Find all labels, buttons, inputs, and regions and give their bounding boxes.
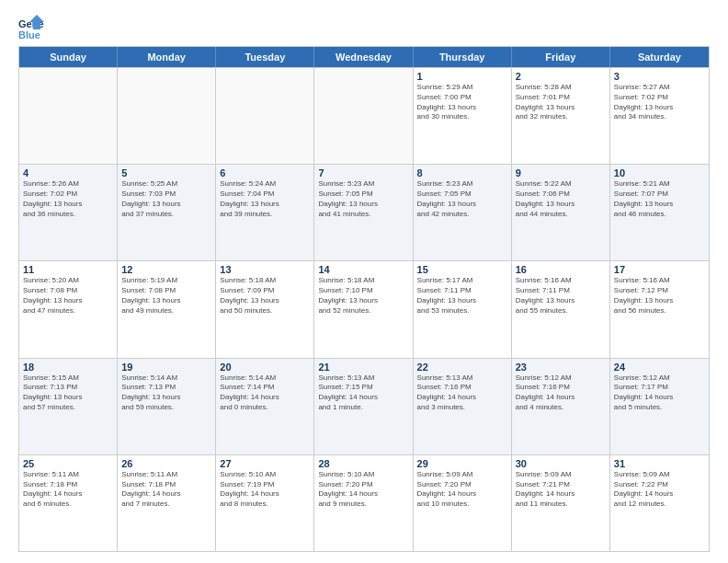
day-number: 30 bbox=[516, 458, 606, 469]
day-info: Sunrise: 5:14 AM Sunset: 7:13 PM Dayligh… bbox=[121, 373, 211, 413]
header-thursday: Thursday bbox=[414, 47, 512, 67]
day-cell-8: 8Sunrise: 5:23 AM Sunset: 7:05 PM Daylig… bbox=[414, 165, 512, 260]
empty-cell bbox=[118, 68, 216, 164]
day-info: Sunrise: 5:12 AM Sunset: 7:17 PM Dayligh… bbox=[614, 373, 705, 413]
calendar-row-2: 4Sunrise: 5:26 AM Sunset: 7:02 PM Daylig… bbox=[19, 164, 709, 260]
day-cell-1: 1Sunrise: 5:29 AM Sunset: 7:00 PM Daylig… bbox=[414, 68, 512, 164]
day-info: Sunrise: 5:17 AM Sunset: 7:11 PM Dayligh… bbox=[417, 276, 507, 316]
calendar-row-1: 1Sunrise: 5:29 AM Sunset: 7:00 PM Daylig… bbox=[19, 67, 709, 164]
header-tuesday: Tuesday bbox=[216, 47, 314, 67]
day-info: Sunrise: 5:19 AM Sunset: 7:08 PM Dayligh… bbox=[121, 276, 211, 316]
day-info: Sunrise: 5:11 AM Sunset: 7:18 PM Dayligh… bbox=[121, 470, 211, 510]
day-info: Sunrise: 5:09 AM Sunset: 7:20 PM Dayligh… bbox=[417, 470, 507, 510]
day-cell-18: 18Sunrise: 5:15 AM Sunset: 7:13 PM Dayli… bbox=[19, 359, 118, 454]
day-number: 19 bbox=[121, 362, 211, 373]
page: General Blue Sunday Monday Tuesday Wedne… bbox=[0, 0, 728, 563]
day-cell-19: 19Sunrise: 5:14 AM Sunset: 7:13 PM Dayli… bbox=[118, 359, 216, 454]
empty-cell bbox=[216, 68, 314, 164]
day-cell-11: 11Sunrise: 5:20 AM Sunset: 7:08 PM Dayli… bbox=[19, 261, 118, 357]
day-info: Sunrise: 5:12 AM Sunset: 7:16 PM Dayligh… bbox=[516, 373, 606, 413]
day-number: 12 bbox=[121, 264, 211, 275]
day-info: Sunrise: 5:13 AM Sunset: 7:15 PM Dayligh… bbox=[318, 373, 408, 413]
day-info: Sunrise: 5:20 AM Sunset: 7:08 PM Dayligh… bbox=[23, 276, 113, 316]
day-cell-3: 3Sunrise: 5:27 AM Sunset: 7:02 PM Daylig… bbox=[610, 68, 709, 164]
header-monday: Monday bbox=[118, 47, 216, 67]
day-number: 21 bbox=[318, 362, 408, 373]
day-cell-29: 29Sunrise: 5:09 AM Sunset: 7:20 PM Dayli… bbox=[414, 455, 512, 551]
day-info: Sunrise: 5:18 AM Sunset: 7:10 PM Dayligh… bbox=[318, 276, 408, 316]
day-info: Sunrise: 5:10 AM Sunset: 7:19 PM Dayligh… bbox=[220, 470, 310, 510]
day-number: 7 bbox=[318, 167, 408, 178]
day-info: Sunrise: 5:11 AM Sunset: 7:18 PM Dayligh… bbox=[23, 470, 113, 510]
day-number: 24 bbox=[614, 362, 705, 373]
day-cell-25: 25Sunrise: 5:11 AM Sunset: 7:18 PM Dayli… bbox=[19, 455, 118, 551]
day-info: Sunrise: 5:29 AM Sunset: 7:00 PM Dayligh… bbox=[417, 83, 507, 122]
day-info: Sunrise: 5:25 AM Sunset: 7:03 PM Dayligh… bbox=[121, 179, 211, 219]
day-number: 26 bbox=[121, 458, 211, 469]
day-number: 10 bbox=[614, 167, 705, 178]
day-cell-12: 12Sunrise: 5:19 AM Sunset: 7:08 PM Dayli… bbox=[118, 261, 216, 357]
day-cell-30: 30Sunrise: 5:09 AM Sunset: 7:21 PM Dayli… bbox=[512, 455, 610, 551]
day-number: 16 bbox=[516, 264, 606, 275]
day-info: Sunrise: 5:15 AM Sunset: 7:13 PM Dayligh… bbox=[23, 373, 113, 413]
day-info: Sunrise: 5:09 AM Sunset: 7:21 PM Dayligh… bbox=[516, 470, 606, 510]
day-info: Sunrise: 5:18 AM Sunset: 7:09 PM Dayligh… bbox=[220, 276, 310, 316]
day-info: Sunrise: 5:21 AM Sunset: 7:07 PM Dayligh… bbox=[614, 179, 705, 219]
day-number: 2 bbox=[516, 71, 606, 82]
day-cell-26: 26Sunrise: 5:11 AM Sunset: 7:18 PM Dayli… bbox=[118, 455, 216, 551]
day-info: Sunrise: 5:10 AM Sunset: 7:20 PM Dayligh… bbox=[318, 470, 408, 510]
day-cell-2: 2Sunrise: 5:28 AM Sunset: 7:01 PM Daylig… bbox=[512, 68, 610, 164]
day-number: 20 bbox=[220, 362, 310, 373]
header-sunday: Sunday bbox=[19, 47, 118, 67]
day-cell-4: 4Sunrise: 5:26 AM Sunset: 7:02 PM Daylig… bbox=[19, 165, 118, 260]
day-cell-10: 10Sunrise: 5:21 AM Sunset: 7:07 PM Dayli… bbox=[610, 165, 709, 260]
calendar: Sunday Monday Tuesday Wednesday Thursday… bbox=[18, 46, 710, 552]
day-info: Sunrise: 5:28 AM Sunset: 7:01 PM Dayligh… bbox=[516, 83, 606, 122]
day-info: Sunrise: 5:16 AM Sunset: 7:12 PM Dayligh… bbox=[614, 276, 705, 316]
svg-text:Blue: Blue bbox=[18, 29, 40, 40]
day-number: 17 bbox=[614, 264, 705, 275]
day-number: 9 bbox=[516, 167, 606, 178]
day-number: 1 bbox=[417, 71, 507, 82]
day-cell-14: 14Sunrise: 5:18 AM Sunset: 7:10 PM Dayli… bbox=[314, 261, 413, 357]
day-number: 27 bbox=[220, 458, 310, 469]
logo: General Blue bbox=[18, 15, 48, 40]
calendar-row-4: 18Sunrise: 5:15 AM Sunset: 7:13 PM Dayli… bbox=[19, 358, 709, 454]
day-number: 3 bbox=[614, 71, 705, 82]
header-friday: Friday bbox=[512, 47, 610, 67]
day-cell-7: 7Sunrise: 5:23 AM Sunset: 7:05 PM Daylig… bbox=[314, 165, 413, 260]
day-cell-23: 23Sunrise: 5:12 AM Sunset: 7:16 PM Dayli… bbox=[512, 359, 610, 454]
day-info: Sunrise: 5:14 AM Sunset: 7:14 PM Dayligh… bbox=[220, 373, 310, 413]
day-number: 29 bbox=[417, 458, 507, 469]
day-number: 8 bbox=[417, 167, 507, 178]
day-cell-31: 31Sunrise: 5:09 AM Sunset: 7:22 PM Dayli… bbox=[610, 455, 709, 551]
day-cell-17: 17Sunrise: 5:16 AM Sunset: 7:12 PM Dayli… bbox=[610, 261, 709, 357]
day-cell-21: 21Sunrise: 5:13 AM Sunset: 7:15 PM Dayli… bbox=[314, 359, 413, 454]
calendar-row-3: 11Sunrise: 5:20 AM Sunset: 7:08 PM Dayli… bbox=[19, 260, 709, 357]
day-number: 22 bbox=[417, 362, 507, 373]
day-number: 14 bbox=[318, 264, 408, 275]
day-cell-5: 5Sunrise: 5:25 AM Sunset: 7:03 PM Daylig… bbox=[118, 165, 216, 260]
day-cell-22: 22Sunrise: 5:13 AM Sunset: 7:16 PM Dayli… bbox=[414, 359, 512, 454]
day-info: Sunrise: 5:23 AM Sunset: 7:05 PM Dayligh… bbox=[417, 179, 507, 219]
day-cell-13: 13Sunrise: 5:18 AM Sunset: 7:09 PM Dayli… bbox=[216, 261, 314, 357]
header-saturday: Saturday bbox=[610, 47, 709, 67]
day-number: 23 bbox=[516, 362, 606, 373]
day-info: Sunrise: 5:26 AM Sunset: 7:02 PM Dayligh… bbox=[23, 179, 113, 219]
day-cell-24: 24Sunrise: 5:12 AM Sunset: 7:17 PM Dayli… bbox=[610, 359, 709, 454]
day-number: 15 bbox=[417, 264, 507, 275]
day-cell-20: 20Sunrise: 5:14 AM Sunset: 7:14 PM Dayli… bbox=[216, 359, 314, 454]
day-cell-27: 27Sunrise: 5:10 AM Sunset: 7:19 PM Dayli… bbox=[216, 455, 314, 551]
day-number: 31 bbox=[614, 458, 705, 469]
day-number: 11 bbox=[23, 264, 113, 275]
day-info: Sunrise: 5:16 AM Sunset: 7:11 PM Dayligh… bbox=[516, 276, 606, 316]
day-info: Sunrise: 5:24 AM Sunset: 7:04 PM Dayligh… bbox=[220, 179, 310, 219]
calendar-body: 1Sunrise: 5:29 AM Sunset: 7:00 PM Daylig… bbox=[19, 67, 709, 551]
day-cell-6: 6Sunrise: 5:24 AM Sunset: 7:04 PM Daylig… bbox=[216, 165, 314, 260]
day-number: 28 bbox=[318, 458, 408, 469]
header-wednesday: Wednesday bbox=[314, 47, 413, 67]
calendar-header: Sunday Monday Tuesday Wednesday Thursday… bbox=[19, 47, 709, 67]
day-info: Sunrise: 5:13 AM Sunset: 7:16 PM Dayligh… bbox=[417, 373, 507, 413]
day-number: 6 bbox=[220, 167, 310, 178]
day-number: 5 bbox=[121, 167, 211, 178]
